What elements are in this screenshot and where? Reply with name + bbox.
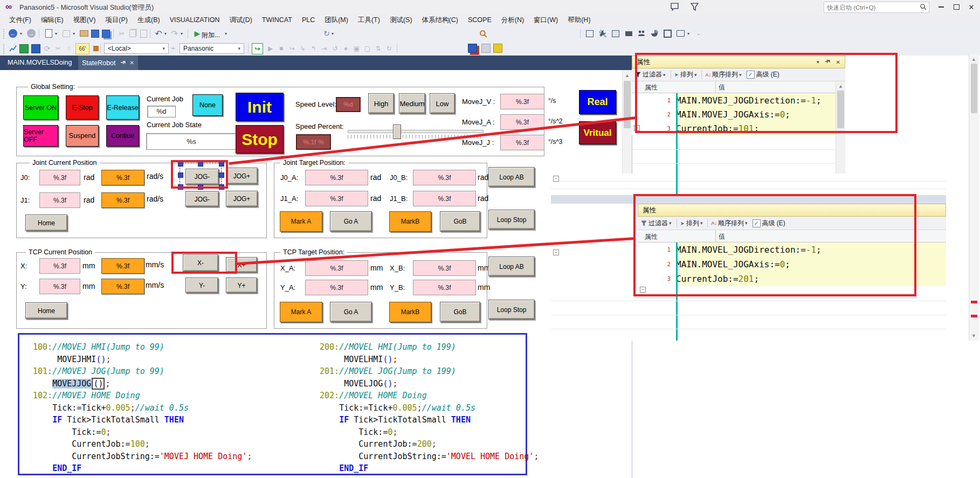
minimize-button[interactable] bbox=[934, 0, 949, 14]
wrench-icon[interactable] bbox=[597, 28, 608, 39]
toolbar-overflow-icon[interactable]: ⌄ bbox=[695, 28, 702, 39]
nav-forward-icon[interactable]: → bbox=[26, 28, 37, 39]
menu-architecture[interactable]: 体系结构(C) bbox=[417, 14, 463, 26]
tcp-loop-stop-button[interactable]: Loop Stop bbox=[488, 300, 535, 320]
compare-disabled-icon[interactable] bbox=[481, 44, 491, 53]
open-folder-icon[interactable] bbox=[79, 28, 89, 39]
tcp-home-button[interactable]: Home bbox=[25, 302, 67, 319]
real-mode-button[interactable]: Real bbox=[579, 90, 616, 114]
quick-launch-box[interactable] bbox=[824, 2, 929, 13]
plc-project-combo[interactable]: Panasonic▾ bbox=[180, 43, 244, 54]
menu-scope[interactable]: SCOPE bbox=[463, 14, 496, 26]
joint-go-b-button[interactable]: GoB bbox=[440, 211, 480, 232]
find-object-icon[interactable] bbox=[478, 28, 488, 39]
breakpoint-icon[interactable]: ● bbox=[341, 43, 351, 53]
menu-debug[interactable]: 调试(D) bbox=[225, 14, 257, 26]
attach-dropdown-icon[interactable]: ▾ bbox=[223, 28, 229, 39]
free-run-icon[interactable]: ○ bbox=[64, 43, 74, 53]
new-file-dropdown-icon[interactable]: ▾ bbox=[53, 28, 59, 39]
config-mode-icon[interactable] bbox=[31, 44, 40, 53]
close-tab-icon[interactable]: ✕ bbox=[130, 60, 134, 66]
speed-slider-track[interactable] bbox=[348, 130, 484, 133]
add-item-dropdown-icon[interactable]: ▾ bbox=[71, 28, 77, 39]
tcp-go-b-button[interactable]: GoB bbox=[440, 302, 480, 322]
e-release-button[interactable]: E-Release bbox=[106, 95, 139, 120]
console-dropdown-icon[interactable]: ▾ bbox=[686, 28, 691, 39]
redo-dropdown-icon[interactable]: ▾ bbox=[179, 28, 184, 39]
speed-medium-button[interactable]: Medium bbox=[399, 93, 425, 114]
menu-file[interactable]: 文件(F) bbox=[4, 14, 36, 26]
show-subitems-icon[interactable]: 66′ bbox=[75, 43, 89, 54]
menu-team[interactable]: 团队(M) bbox=[320, 14, 353, 26]
tcp-loop-ab-button[interactable]: Loop AB bbox=[488, 257, 535, 276]
force-icon[interactable]: ▣ bbox=[351, 43, 362, 53]
variable-icon[interactable] bbox=[91, 43, 101, 53]
init-button[interactable]: Init bbox=[236, 93, 284, 121]
nav-back-dropdown-icon[interactable]: ▾ bbox=[18, 28, 24, 39]
scan-icon[interactable]: ✂ bbox=[53, 43, 63, 53]
menu-analyze[interactable]: 分析(N) bbox=[496, 14, 529, 26]
server-on-button[interactable]: Server ON bbox=[23, 95, 58, 120]
refresh-dropdown-icon[interactable]: ▾ bbox=[330, 28, 335, 39]
menu-test[interactable]: 测试(S) bbox=[385, 14, 417, 26]
code-column-movej[interactable]: 100://MOVEJ HMI(Jump to 99) MOVEJHMI();1… bbox=[33, 341, 252, 475]
design-scrollbar[interactable]: ▲ bbox=[622, 70, 632, 174]
cut-icon[interactable]: ✂ bbox=[116, 28, 127, 39]
notifications-filter-icon[interactable] bbox=[690, 2, 699, 13]
reload-devices-icon[interactable]: ⟳ bbox=[42, 43, 52, 53]
dock-scroll-up-icon[interactable]: ▲ bbox=[970, 55, 978, 63]
undo-dropdown-icon[interactable]: ▾ bbox=[163, 28, 168, 39]
code-column-movel[interactable]: 200://MOVEL HMI(Jump to 199) MOVELHMI();… bbox=[320, 341, 539, 475]
target-system-combo[interactable]: <Local>▾ bbox=[104, 43, 169, 54]
reset-icon[interactable]: ↺ bbox=[330, 43, 340, 53]
restore-button[interactable] bbox=[949, 0, 964, 14]
save-icon[interactable] bbox=[89, 28, 100, 39]
quick-launch-input[interactable] bbox=[824, 4, 920, 11]
speed-slider-thumb[interactable] bbox=[393, 124, 401, 139]
output-window-icon[interactable] bbox=[610, 28, 621, 39]
none-button[interactable]: None bbox=[192, 94, 223, 116]
menu-plc[interactable]: PLC bbox=[297, 14, 320, 26]
server-off-button[interactable]: Server OFF bbox=[23, 125, 58, 147]
attach-play-icon[interactable]: ▶ bbox=[192, 28, 203, 39]
step-out-icon[interactable]: ↰ bbox=[308, 43, 319, 53]
step-into-icon[interactable]: ↳ bbox=[298, 43, 308, 53]
joint-mark-b-button[interactable]: MarkB bbox=[389, 211, 431, 232]
redo-icon[interactable]: ↷ bbox=[169, 28, 180, 39]
joint-home-button[interactable]: Home bbox=[25, 214, 67, 231]
row-expander-icon[interactable]: − bbox=[553, 250, 559, 255]
compare-icon[interactable] bbox=[468, 44, 477, 53]
joint-loop-stop-button[interactable]: Loop Stop bbox=[488, 210, 535, 230]
j0-jog-plus-button[interactable]: JOG+ bbox=[226, 168, 258, 184]
step-over-icon[interactable]: ↪ bbox=[287, 43, 297, 53]
menu-tools[interactable]: 工具(T) bbox=[353, 14, 385, 26]
tab-main-movelsdoing[interactable]: MAIN.MOVELSDoing bbox=[3, 56, 76, 70]
joint-loop-ab-button[interactable]: Loop AB bbox=[488, 167, 535, 187]
pin-icon[interactable] bbox=[120, 59, 126, 67]
team-explorer-icon[interactable] bbox=[636, 28, 647, 39]
save-all-icon[interactable] bbox=[100, 28, 111, 39]
code-map-icon[interactable] bbox=[662, 28, 673, 39]
menu-project[interactable]: 项目(P) bbox=[100, 14, 133, 26]
suspend-button[interactable]: Suspend bbox=[66, 125, 99, 147]
feedback-icon[interactable] bbox=[670, 2, 679, 13]
row-expander-icon[interactable]: − bbox=[553, 176, 559, 182]
tcp-go-a-button[interactable]: Go A bbox=[330, 302, 372, 322]
design-scroll-up-icon[interactable]: ▲ bbox=[623, 71, 631, 79]
menu-visualization[interactable]: VISUALIZATION bbox=[165, 14, 225, 26]
menu-build[interactable]: 生成(B) bbox=[133, 14, 165, 26]
stop-button[interactable]: Stop bbox=[236, 125, 284, 154]
add-item-icon[interactable] bbox=[61, 28, 72, 39]
nav-back-icon[interactable]: ← bbox=[8, 28, 18, 39]
new-file-icon[interactable] bbox=[43, 28, 54, 39]
tab-staterobot[interactable]: StateRobot ✕ bbox=[78, 56, 138, 70]
toolbox-icon[interactable] bbox=[623, 28, 634, 39]
menu-window[interactable]: 窗口(W) bbox=[529, 14, 563, 26]
contiue-button[interactable]: Contiue bbox=[106, 125, 139, 147]
tcp-mark-b-button[interactable]: MarkB bbox=[389, 302, 431, 322]
dock-scroll-down-icon[interactable]: ▼ bbox=[970, 331, 978, 340]
target-online-icon[interactable] bbox=[19, 44, 29, 53]
e-stop-button[interactable]: E-Stop bbox=[66, 95, 99, 120]
menu-help[interactable]: 帮助(H) bbox=[563, 14, 595, 26]
attach-button[interactable]: 附加... bbox=[202, 31, 220, 40]
